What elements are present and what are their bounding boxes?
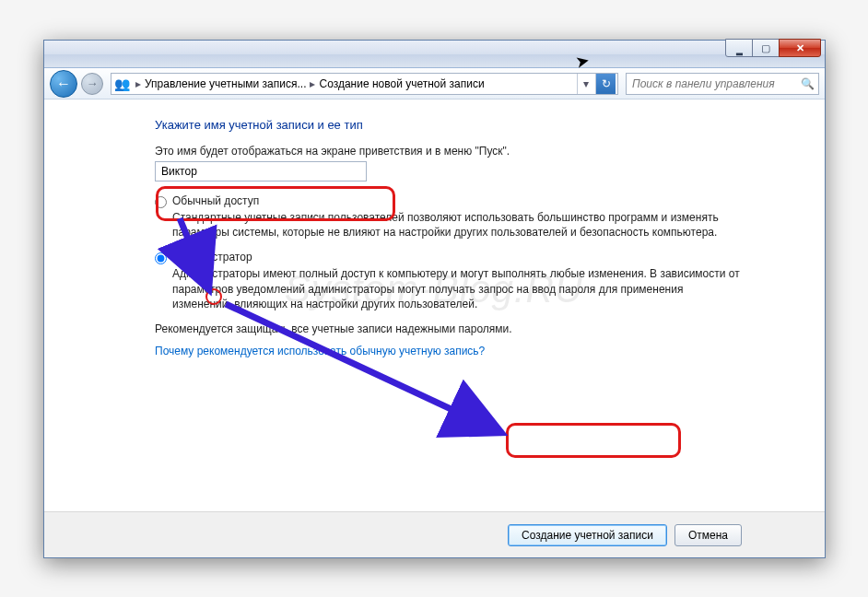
titlebar[interactable] — [44, 41, 825, 68]
page-title: Укажите имя учетной записи и ее тип — [155, 118, 742, 132]
radio-desc-standard: Стандартные учетные записи пользователей… — [172, 210, 742, 240]
radio-option-admin[interactable]: Администратор — [155, 251, 742, 264]
breadcrumb-dropdown[interactable]: ▾ — [577, 74, 593, 94]
nav-forward-button[interactable]: → — [81, 73, 103, 95]
help-link[interactable]: Почему рекомендуется использовать обычну… — [155, 345, 742, 357]
breadcrumb-parent[interactable]: Управление учетными запися... — [145, 77, 306, 90]
user-accounts-icon: 👥 — [111, 74, 132, 94]
refresh-icon: ↻ — [602, 77, 611, 90]
search-input[interactable] — [627, 77, 818, 90]
arrow-left-icon: ← — [56, 76, 71, 92]
arrow-right-icon: → — [87, 76, 99, 90]
breadcrumb[interactable]: 👥 ▸ Управление учетными запися... ▸ Созд… — [111, 73, 618, 95]
account-type-group: Обычный доступ Стандартные учетные запис… — [155, 194, 742, 311]
nav-back-button[interactable]: ← — [50, 70, 77, 98]
maximize-button[interactable] — [752, 39, 780, 57]
window-controls — [726, 39, 821, 57]
minimize-button[interactable] — [725, 39, 753, 57]
create-account-button[interactable]: Создание учетной записи — [508, 524, 667, 546]
close-button[interactable] — [779, 39, 821, 57]
refresh-button[interactable]: ↻ — [595, 74, 616, 94]
intro-text: Это имя будет отображаться на экране при… — [155, 145, 742, 158]
recommendation-text: Рекомендуется защищать все учетные запис… — [155, 322, 742, 335]
search-icon: 🔍 — [801, 77, 815, 90]
cancel-button[interactable]: Отмена — [674, 524, 742, 546]
main-content: Укажите имя учетной записи и ее тип Это … — [44, 100, 825, 511]
radio-label-admin: Администратор — [172, 251, 252, 263]
chevron-right-icon: ▸ — [132, 77, 145, 90]
navigation-bar: ← → 👥 ▸ Управление учетными запися... ▸ … — [44, 68, 825, 100]
radio-admin[interactable] — [155, 252, 167, 264]
chevron-right-icon: ▸ — [306, 77, 319, 90]
breadcrumb-current[interactable]: Создание новой учетной записи — [319, 77, 484, 90]
account-name-field — [155, 161, 742, 181]
radio-label-standard: Обычный доступ — [172, 194, 259, 207]
radio-option-standard[interactable]: Обычный доступ — [155, 194, 742, 208]
control-panel-window: ← → 👥 ▸ Управление учетными запися... ▸ … — [43, 40, 826, 558]
radio-desc-admin: Администраторы имеют полный доступ к ком… — [172, 266, 742, 311]
account-name-input[interactable] — [155, 161, 367, 181]
button-bar: Создание учетной записи Отмена — [44, 511, 825, 557]
search-box[interactable]: 🔍 — [626, 73, 819, 95]
radio-standard[interactable] — [155, 196, 167, 208]
